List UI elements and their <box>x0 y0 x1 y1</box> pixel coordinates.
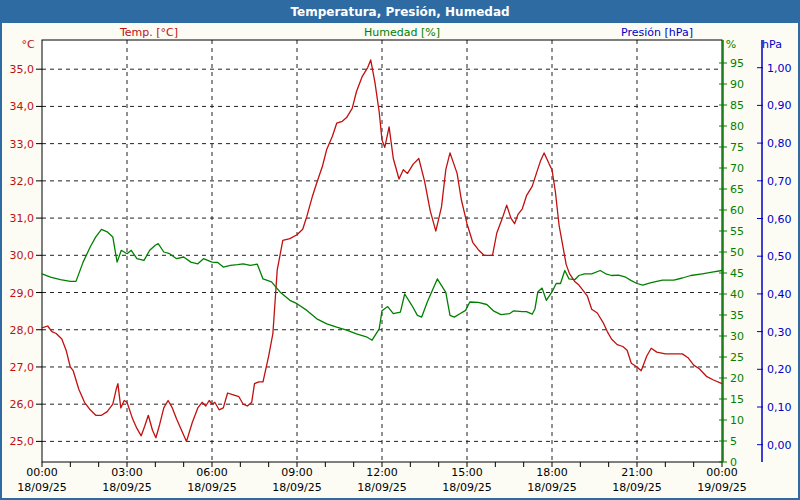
pressure-tick-label: 0,60 <box>767 213 792 226</box>
pressure-tick-label: 0,40 <box>767 288 792 301</box>
pressure-tick-label: 0,00 <box>767 439 792 452</box>
humidity-tick-label: 50 <box>730 246 744 259</box>
humidity-tick-label: 35 <box>730 309 744 322</box>
pressure-tick-label: 0,10 <box>767 401 792 414</box>
x-tick-time: 18:00 <box>536 466 568 479</box>
humidity-tick-label: 90 <box>730 78 744 91</box>
weather-chart-window: Temperatura, Presión, Humedad Temp. [°C]… <box>0 0 800 500</box>
pressure-tick-label: 0,80 <box>767 137 792 150</box>
pressure-tick-label: 0,90 <box>767 99 792 112</box>
humidity-tick-label: 75 <box>730 141 744 154</box>
humidity-tick-label: 85 <box>730 99 744 112</box>
humidity-tick-label: 80 <box>730 120 744 133</box>
humidity-tick-label: 0 <box>730 456 737 469</box>
x-tick-time: 12:00 <box>366 466 398 479</box>
x-tick-date: 18/09/25 <box>442 481 491 494</box>
temp-tick-label: 33,0 <box>10 138 35 151</box>
pressure-tick-label: 1,00 <box>767 62 792 75</box>
temp-tick-label: 30,0 <box>10 249 35 262</box>
humidity-tick-label: 30 <box>730 330 744 343</box>
x-tick-date: 18/09/25 <box>527 481 576 494</box>
humidity-tick-label: 25 <box>730 351 744 364</box>
humidity-tick-label: 60 <box>730 204 744 217</box>
temp-tick-label: 35,0 <box>10 63 35 76</box>
pressure-tick-label: 0,20 <box>767 363 792 376</box>
x-tick-date: 18/09/25 <box>612 481 661 494</box>
x-tick-time: 00:00 <box>26 466 58 479</box>
x-tick-date: 18/09/25 <box>187 481 236 494</box>
x-tick-time: 06:00 <box>196 466 228 479</box>
temp-tick-label: 27,0 <box>10 361 35 374</box>
pressure-tick-label: 0,70 <box>767 175 792 188</box>
humidity-tick-label: 10 <box>730 414 744 427</box>
x-tick-time: 09:00 <box>281 466 313 479</box>
humidity-tick-label: 65 <box>730 183 744 196</box>
x-tick-date: 18/09/25 <box>272 481 321 494</box>
chart-plot: 00:0018/09/2503:0018/09/2506:0018/09/250… <box>2 2 800 500</box>
temp-tick-label: 28,0 <box>10 324 35 337</box>
temp-tick-label: 26,0 <box>10 398 35 411</box>
humidity-tick-label: 70 <box>730 162 744 175</box>
temp-tick-label: 34,0 <box>10 100 35 113</box>
x-tick-time: 21:00 <box>621 466 653 479</box>
x-tick-date: 18/09/25 <box>17 481 66 494</box>
pressure-tick-label: 0,30 <box>767 326 792 339</box>
pressure-tick-label: 0,50 <box>767 250 792 263</box>
temp-tick-label: 25,0 <box>10 435 35 448</box>
x-tick-date: 19/09/25 <box>697 481 746 494</box>
temp-tick-label: 29,0 <box>10 287 35 300</box>
humidity-tick-label: 55 <box>730 225 744 238</box>
temp-tick-label: 32,0 <box>10 175 35 188</box>
x-tick-time: 15:00 <box>451 466 483 479</box>
humidity-tick-label: 45 <box>730 267 744 280</box>
humidity-tick-label: 20 <box>730 372 744 385</box>
humidity-tick-label: 15 <box>730 393 744 406</box>
humidity-tick-label: 40 <box>730 288 744 301</box>
humidity-tick-label: 5 <box>730 435 737 448</box>
x-tick-time: 03:00 <box>111 466 143 479</box>
humidity-tick-label: 95 <box>730 57 744 70</box>
x-tick-date: 18/09/25 <box>357 481 406 494</box>
x-tick-date: 18/09/25 <box>102 481 151 494</box>
temp-tick-label: 31,0 <box>10 212 35 225</box>
